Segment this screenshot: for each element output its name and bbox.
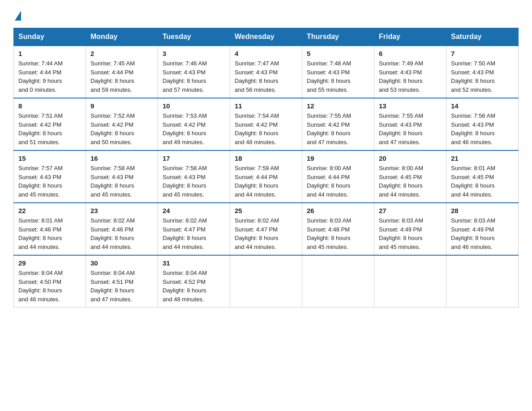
calendar-cell: 8 Sunrise: 7:51 AMSunset: 4:42 PMDayligh… <box>14 98 86 150</box>
day-info: Sunrise: 8:04 AMSunset: 4:50 PMDaylight:… <box>18 269 81 304</box>
day-info: Sunrise: 7:44 AMSunset: 4:44 PMDaylight:… <box>18 59 81 94</box>
logo <box>13 9 21 19</box>
calendar-cell <box>374 255 446 308</box>
day-number: 25 <box>235 207 297 214</box>
day-number: 17 <box>163 154 225 162</box>
day-number: 26 <box>307 207 369 214</box>
day-number: 12 <box>307 102 369 110</box>
day-number: 20 <box>379 154 442 162</box>
day-info: Sunrise: 7:58 AMSunset: 4:43 PMDaylight:… <box>163 164 225 199</box>
day-number: 23 <box>90 207 153 214</box>
day-info: Sunrise: 7:51 AMSunset: 4:42 PMDaylight:… <box>18 111 81 146</box>
day-number: 2 <box>90 50 153 57</box>
calendar-week-row: 15 Sunrise: 7:57 AMSunset: 4:43 PMDaylig… <box>14 150 519 203</box>
day-number: 28 <box>451 207 514 214</box>
day-info: Sunrise: 7:46 AMSunset: 4:43 PMDaylight:… <box>163 59 225 94</box>
day-of-week-header: Tuesday <box>158 28 230 46</box>
day-number: 22 <box>18 207 81 214</box>
calendar-header: SundayMondayTuesdayWednesdayThursdayFrid… <box>14 28 519 46</box>
day-info: Sunrise: 7:56 AMSunset: 4:43 PMDaylight:… <box>451 111 514 146</box>
day-number: 13 <box>379 102 442 110</box>
day-of-week-header: Thursday <box>302 28 374 46</box>
calendar-week-row: 22 Sunrise: 8:01 AMSunset: 4:46 PMDaylig… <box>14 203 519 255</box>
calendar-cell: 28 Sunrise: 8:03 AMSunset: 4:49 PMDaylig… <box>446 203 519 255</box>
day-number: 5 <box>307 50 369 57</box>
day-info: Sunrise: 8:03 AMSunset: 4:49 PMDaylight:… <box>379 216 442 251</box>
day-number: 4 <box>235 50 297 57</box>
calendar-week-row: 29 Sunrise: 8:04 AMSunset: 4:50 PMDaylig… <box>14 255 519 308</box>
day-of-week-header: Sunday <box>14 28 86 46</box>
day-info: Sunrise: 7:59 AMSunset: 4:44 PMDaylight:… <box>235 164 297 199</box>
day-info: Sunrise: 8:00 AMSunset: 4:45 PMDaylight:… <box>379 164 442 199</box>
calendar-cell: 22 Sunrise: 8:01 AMSunset: 4:46 PMDaylig… <box>14 203 86 255</box>
day-info: Sunrise: 7:53 AMSunset: 4:42 PMDaylight:… <box>163 111 225 146</box>
calendar-cell: 2 Sunrise: 7:45 AMSunset: 4:44 PMDayligh… <box>86 46 158 98</box>
calendar-cell: 18 Sunrise: 7:59 AMSunset: 4:44 PMDaylig… <box>230 150 302 203</box>
day-number: 19 <box>307 154 369 162</box>
days-of-week-row: SundayMondayTuesdayWednesdayThursdayFrid… <box>14 28 519 46</box>
day-info: Sunrise: 7:54 AMSunset: 4:42 PMDaylight:… <box>235 111 297 146</box>
day-number: 1 <box>18 50 81 57</box>
day-info: Sunrise: 8:02 AMSunset: 4:47 PMDaylight:… <box>163 216 225 251</box>
day-info: Sunrise: 7:48 AMSunset: 4:43 PMDaylight:… <box>307 59 369 94</box>
day-number: 18 <box>235 154 297 162</box>
day-number: 16 <box>90 154 153 162</box>
calendar-body: 1 Sunrise: 7:44 AMSunset: 4:44 PMDayligh… <box>14 46 519 308</box>
day-number: 9 <box>90 102 153 110</box>
calendar-cell: 12 Sunrise: 7:55 AMSunset: 4:42 PMDaylig… <box>302 98 374 150</box>
calendar-cell: 5 Sunrise: 7:48 AMSunset: 4:43 PMDayligh… <box>302 46 374 98</box>
day-number: 29 <box>18 259 81 267</box>
calendar-table: SundayMondayTuesdayWednesdayThursdayFrid… <box>13 28 519 308</box>
day-of-week-header: Saturday <box>446 28 519 46</box>
day-info: Sunrise: 8:00 AMSunset: 4:44 PMDaylight:… <box>307 164 369 199</box>
calendar-cell: 14 Sunrise: 7:56 AMSunset: 4:43 PMDaylig… <box>446 98 519 150</box>
day-info: Sunrise: 8:01 AMSunset: 4:45 PMDaylight:… <box>451 164 514 199</box>
calendar-cell: 27 Sunrise: 8:03 AMSunset: 4:49 PMDaylig… <box>374 203 446 255</box>
day-number: 7 <box>451 50 514 57</box>
day-of-week-header: Wednesday <box>230 28 302 46</box>
day-info: Sunrise: 8:04 AMSunset: 4:52 PMDaylight:… <box>163 269 225 304</box>
calendar-cell: 10 Sunrise: 7:53 AMSunset: 4:42 PMDaylig… <box>158 98 230 150</box>
calendar-cell: 15 Sunrise: 7:57 AMSunset: 4:43 PMDaylig… <box>14 150 86 203</box>
calendar-cell: 19 Sunrise: 8:00 AMSunset: 4:44 PMDaylig… <box>302 150 374 203</box>
calendar-cell: 26 Sunrise: 8:03 AMSunset: 4:48 PMDaylig… <box>302 203 374 255</box>
calendar-cell: 4 Sunrise: 7:47 AMSunset: 4:43 PMDayligh… <box>230 46 302 98</box>
calendar-cell: 24 Sunrise: 8:02 AMSunset: 4:47 PMDaylig… <box>158 203 230 255</box>
day-info: Sunrise: 8:03 AMSunset: 4:48 PMDaylight:… <box>307 216 369 251</box>
day-info: Sunrise: 7:57 AMSunset: 4:43 PMDaylight:… <box>18 164 81 199</box>
day-number: 6 <box>379 50 442 57</box>
day-number: 10 <box>163 102 225 110</box>
calendar-week-row: 8 Sunrise: 7:51 AMSunset: 4:42 PMDayligh… <box>14 98 519 150</box>
logo-triangle-icon <box>15 11 21 21</box>
day-number: 30 <box>90 259 153 267</box>
day-number: 21 <box>451 154 514 162</box>
calendar-cell <box>446 255 519 308</box>
calendar-week-row: 1 Sunrise: 7:44 AMSunset: 4:44 PMDayligh… <box>14 46 519 98</box>
calendar-cell: 3 Sunrise: 7:46 AMSunset: 4:43 PMDayligh… <box>158 46 230 98</box>
calendar-cell: 17 Sunrise: 7:58 AMSunset: 4:43 PMDaylig… <box>158 150 230 203</box>
calendar-cell: 11 Sunrise: 7:54 AMSunset: 4:42 PMDaylig… <box>230 98 302 150</box>
day-info: Sunrise: 7:50 AMSunset: 4:43 PMDaylight:… <box>451 59 514 94</box>
day-info: Sunrise: 7:55 AMSunset: 4:43 PMDaylight:… <box>379 111 442 146</box>
page-header <box>13 9 519 19</box>
day-of-week-header: Friday <box>374 28 446 46</box>
calendar-cell: 31 Sunrise: 8:04 AMSunset: 4:52 PMDaylig… <box>158 255 230 308</box>
day-number: 14 <box>451 102 514 110</box>
day-number: 31 <box>163 259 225 267</box>
day-info: Sunrise: 8:02 AMSunset: 4:47 PMDaylight:… <box>235 216 297 251</box>
calendar-cell: 20 Sunrise: 8:00 AMSunset: 4:45 PMDaylig… <box>374 150 446 203</box>
day-info: Sunrise: 7:55 AMSunset: 4:42 PMDaylight:… <box>307 111 369 146</box>
day-number: 27 <box>379 207 442 214</box>
day-info: Sunrise: 7:52 AMSunset: 4:42 PMDaylight:… <box>90 111 153 146</box>
day-info: Sunrise: 8:03 AMSunset: 4:49 PMDaylight:… <box>451 216 514 251</box>
calendar-cell: 29 Sunrise: 8:04 AMSunset: 4:50 PMDaylig… <box>14 255 86 308</box>
day-number: 24 <box>163 207 225 214</box>
calendar-cell <box>302 255 374 308</box>
calendar-cell: 25 Sunrise: 8:02 AMSunset: 4:47 PMDaylig… <box>230 203 302 255</box>
day-number: 8 <box>18 102 81 110</box>
day-info: Sunrise: 7:45 AMSunset: 4:44 PMDaylight:… <box>90 59 153 94</box>
day-info: Sunrise: 7:49 AMSunset: 4:43 PMDaylight:… <box>379 59 442 94</box>
calendar-cell: 23 Sunrise: 8:02 AMSunset: 4:46 PMDaylig… <box>86 203 158 255</box>
day-number: 3 <box>163 50 225 57</box>
calendar-cell: 7 Sunrise: 7:50 AMSunset: 4:43 PMDayligh… <box>446 46 519 98</box>
